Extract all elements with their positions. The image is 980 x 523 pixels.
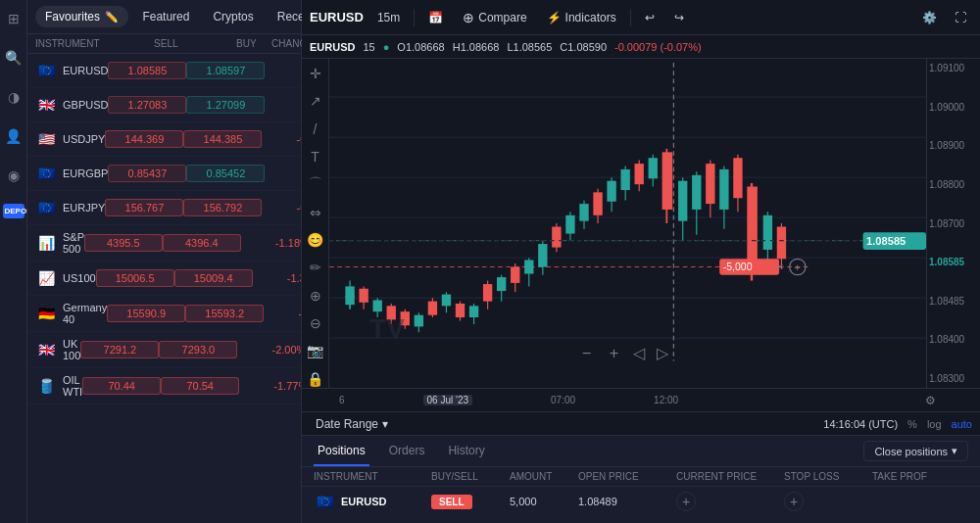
buy-price[interactable]: 7293.0 — [159, 341, 237, 358]
inst-label: S&P 500 — [63, 231, 84, 255]
line-tool[interactable]: / — [305, 120, 326, 138]
toolbar-calendar-icon[interactable]: 📅 — [422, 9, 449, 26]
buy-price[interactable]: 1.08597 — [186, 62, 265, 79]
toolbar-redo-icon[interactable]: ↪ — [668, 9, 690, 26]
snapshot-tool[interactable]: 📷 — [305, 342, 326, 359]
sell-price[interactable]: 15590.9 — [107, 305, 185, 322]
pattern-tool[interactable]: ⌒ — [305, 175, 326, 193]
buy-price[interactable]: 0.85452 — [186, 165, 265, 182]
inst-label: GBPUSD — [63, 99, 108, 111]
svg-rect-28 — [442, 295, 451, 307]
tab-orders[interactable]: Orders — [385, 436, 429, 466]
svg-text:+: + — [794, 261, 801, 273]
buy-price[interactable]: 15593.2 — [185, 305, 264, 322]
inst-name: 📊 S&P 500 — [35, 231, 84, 255]
sell-price[interactable]: 70.44 — [82, 377, 161, 395]
sidebar-icon-circle[interactable]: ◉ — [3, 165, 24, 186]
chart-symbol[interactable]: EURUSD — [310, 10, 364, 24]
change-pct: -1.18% — [241, 237, 301, 249]
toolbar-fullscreen-icon[interactable]: ⛶ — [949, 9, 972, 26]
inst-name: 🇺🇸 USDJPY — [35, 128, 105, 150]
tab-history[interactable]: History — [444, 436, 488, 466]
inst-label: UK 100 — [63, 338, 80, 361]
tab-featured[interactable]: Featured — [132, 6, 199, 27]
buy-price[interactable]: 4396.4 — [163, 234, 241, 252]
inst-label: US100 — [63, 272, 96, 284]
svg-text:▷: ▷ — [657, 344, 669, 361]
svg-rect-54 — [620, 169, 629, 190]
zoom-in-tool[interactable]: ⊕ — [305, 287, 326, 305]
buy-price[interactable]: 156.792 — [183, 199, 262, 216]
toolbar-undo-icon[interactable]: ↩ — [639, 9, 661, 26]
sell-price[interactable]: 7291.2 — [80, 341, 159, 358]
time-scale-settings[interactable]: ⚙ — [919, 390, 941, 411]
sell-price[interactable]: 0.85437 — [108, 165, 186, 182]
svg-rect-62 — [678, 181, 687, 221]
instrument-row[interactable]: 🇩🇪 Germany 40 15590.9 15593.2 -2.06% — [27, 296, 301, 332]
measure-tool[interactable]: ⇔ — [305, 204, 326, 221]
inst-flag: 🛢️ — [35, 375, 57, 397]
svg-rect-72 — [747, 187, 758, 262]
instrument-row[interactable]: 🛢️ OIL WTI 70.44 70.54 -1.77% — [27, 368, 301, 404]
sell-price[interactable]: 1.27083 — [108, 96, 186, 114]
inst-name: 🇪🇺 EURGBP — [35, 163, 108, 184]
position-stop-loss-add[interactable]: + — [784, 492, 804, 511]
tab-favourites[interactable]: Favourites ✏️ — [35, 6, 128, 27]
sidebar-icon-chart[interactable]: ◑ — [3, 86, 24, 108]
inst-name: 📈 US100 — [35, 267, 96, 289]
tab-positions[interactable]: Positions — [314, 436, 369, 466]
sell-price[interactable]: 4395.5 — [84, 234, 163, 252]
change-pct: -1.37% — [253, 272, 301, 284]
instrument-row[interactable]: 🇬🇧 GBPUSD 1.27083 1.27099 0.05% — [27, 88, 301, 122]
change-pct: -2.06% — [264, 308, 301, 319]
watchlist-header: INSTRUMENT SELL BUY CHANGE % — [27, 34, 301, 54]
toolbar-settings-icon[interactable]: ⚙️ — [916, 9, 943, 26]
sidebar-icon-search[interactable]: 🔍 — [3, 47, 24, 69]
svg-rect-0 — [329, 63, 926, 384]
position-stop-loss: + — [784, 492, 872, 511]
emoji-tool[interactable]: 😊 — [305, 231, 326, 249]
buy-price[interactable]: 144.385 — [183, 130, 262, 148]
chart-timeframe[interactable]: 15m — [371, 9, 406, 26]
zoom-out-tool[interactable]: ⊖ — [305, 314, 326, 332]
inst-flag: 🇪🇺 — [35, 163, 57, 184]
instrument-row[interactable]: 🇺🇸 USDJPY 144.369 144.385 -0.19% — [27, 122, 301, 157]
crosshair-tool[interactable]: ✛ — [305, 65, 326, 82]
svg-rect-50 — [593, 192, 602, 214]
instrument-row[interactable]: 📊 S&P 500 4395.5 4396.4 -1.18% — [27, 225, 301, 262]
instrument-row[interactable]: 📈 US100 15006.5 15009.4 -1.37% — [27, 262, 301, 296]
tab-edit-icon[interactable]: ✏️ — [105, 11, 119, 24]
instrument-row[interactable]: 🇪🇺 EURJPY 156.767 156.792 -0.14% — [27, 191, 301, 225]
svg-rect-56 — [635, 164, 644, 184]
sell-price[interactable]: 144.369 — [105, 130, 183, 148]
inst-flag: 🇬🇧 — [35, 94, 57, 116]
sell-price[interactable]: 1.08585 — [108, 62, 186, 79]
chart-canvas[interactable]: TV − + ◁ ▷ 1.08585 -5,000 × + — [329, 59, 926, 388]
arrow-tool[interactable]: ↗ — [305, 92, 326, 110]
position-current-price-add[interactable]: + — [676, 492, 696, 511]
svg-rect-18 — [373, 300, 382, 311]
buy-price[interactable]: 15009.4 — [174, 269, 253, 287]
instrument-row[interactable]: 🇬🇧 UK 100 7291.2 7293.0 -2.00% — [27, 332, 301, 368]
toolbar-compare-btn[interactable]: ⊕ Compare — [457, 8, 532, 27]
tab-cryptos[interactable]: Cryptos — [203, 6, 263, 27]
price-scale: 1.09100 1.09000 1.08900 1.08800 1.08700 … — [926, 59, 980, 388]
svg-text:TV: TV — [369, 313, 405, 344]
date-range-btn[interactable]: Date Range ▾ — [310, 415, 394, 433]
sell-price[interactable]: 15006.5 — [96, 269, 174, 287]
sidebar-icon-grid[interactable]: ⊞ — [3, 8, 24, 29]
pencil-tool[interactable]: ✏ — [305, 259, 326, 276]
instrument-row[interactable]: 🇪🇺 EURGBP 0.85437 0.85452 0.01% — [27, 157, 301, 191]
toolbar-indicators-btn[interactable]: ⚡ Indicators — [541, 9, 622, 26]
lock-tool[interactable]: 🔒 — [305, 370, 326, 388]
instrument-row[interactable]: 🇪🇺 EURUSD 1.08585 1.08597 0.06% — [27, 54, 301, 88]
chart-bottom-bar: Date Range ▾ 14:16:04 (UTC) % log auto — [302, 411, 980, 435]
sell-price[interactable]: 156.767 — [105, 199, 183, 216]
buy-price[interactable]: 1.27099 — [186, 96, 265, 114]
sidebar-icon-user[interactable]: 👤 — [3, 125, 24, 147]
svg-rect-42 — [538, 244, 547, 266]
buy-price[interactable]: 70.54 — [161, 377, 239, 395]
text-tool[interactable]: T — [305, 148, 326, 166]
deposit-button[interactable]: DEPOSIT — [3, 204, 24, 218]
close-positions-button[interactable]: Close positions ▾ — [863, 441, 968, 461]
